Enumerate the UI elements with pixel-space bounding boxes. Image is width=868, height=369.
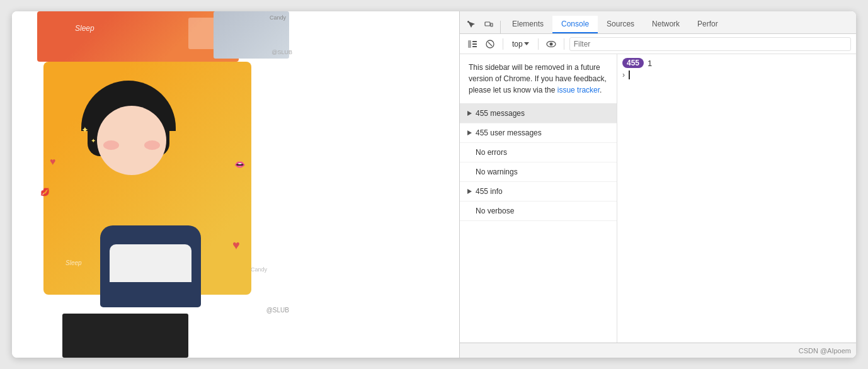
toolbar-separator-3	[564, 38, 564, 50]
sidebar-item-label-messages: 455 messages	[476, 109, 609, 118]
triangle-icon-info	[467, 189, 472, 194]
console-cursor	[629, 71, 630, 79]
tab-performance[interactable]: Perfor	[688, 16, 727, 33]
toolbar-separator	[503, 38, 503, 50]
heart-decor-1: ♥	[50, 156, 56, 167]
eye-button[interactable]	[544, 37, 559, 52]
toolbar-separator-2	[538, 38, 539, 50]
sidebar-item-label-info: 455 info	[476, 187, 609, 196]
context-selector[interactable]: top	[508, 38, 533, 50]
sidebar-item-verbose[interactable]: No verbose	[460, 202, 617, 221]
character-face	[97, 106, 166, 175]
sidebar-notice: This sidebar will be removed in a future…	[460, 54, 617, 104]
console-sidebar: This sidebar will be removed in a future…	[460, 54, 617, 343]
webpage-panel: Sleep Candy @SLUB ✦	[12, 11, 459, 358]
triangle-icon-user	[467, 130, 472, 135]
candy-watermark: Candy	[251, 266, 267, 273]
chevron-right-icon: ›	[622, 71, 625, 79]
character-shirt	[110, 244, 191, 282]
tab-elements[interactable]: Elements	[503, 16, 552, 33]
footer-brand: CSDN @AIpoem	[799, 347, 851, 355]
sparkle-2: ✦	[91, 137, 96, 144]
context-label: top	[512, 40, 523, 48]
devtools-panel: Elements Console Sources Network Perfor …	[459, 11, 856, 358]
devtools-tabs-bar: Elements Console Sources Network Perfor	[460, 11, 856, 34]
devtools-footer: CSDN @AIpoem	[460, 343, 856, 358]
svg-point-10	[549, 42, 552, 45]
issue-tracker-link[interactable]: issue tracker	[557, 86, 600, 94]
svg-line-8	[488, 42, 492, 46]
sleep-text-top: Sleep	[75, 24, 94, 33]
console-badge-row: 455 1	[617, 57, 856, 69]
console-toolbar: top	[460, 34, 856, 54]
console-main-area: This sidebar will be removed in a future…	[460, 54, 856, 343]
tab-console[interactable]: Console	[552, 16, 598, 33]
lip-decor-2: 💋	[40, 188, 50, 196]
console-cursor-row: ›	[617, 69, 856, 81]
svg-rect-2	[491, 23, 493, 26]
svg-rect-6	[472, 46, 477, 47]
sidebar-item-warnings[interactable]: No warnings	[460, 162, 617, 182]
device-toggle-button[interactable]	[480, 16, 498, 33]
sidebar-item-label-warnings: No warnings	[467, 167, 609, 176]
svg-rect-4	[472, 41, 477, 42]
triangle-icon-messages	[467, 111, 472, 116]
tab-sources[interactable]: Sources	[598, 16, 643, 33]
top-watermark: @SLUB	[271, 49, 292, 55]
message-count-badge: 455	[622, 58, 644, 68]
sparkle-1: ✦	[81, 125, 89, 135]
main-container: Sleep Candy @SLUB ✦	[12, 11, 856, 358]
sidebar-item-all-messages[interactable]: 455 messages	[460, 104, 617, 123]
csdn-watermark-main: @SLUB	[266, 307, 289, 314]
svg-rect-5	[472, 43, 477, 45]
inspect-element-button[interactable]	[462, 16, 480, 33]
filter-input[interactable]	[569, 37, 851, 51]
sidebar-item-label-user: 455 user messages	[476, 128, 609, 137]
svg-rect-1	[485, 22, 490, 26]
sleep-watermark-bottom: Sleep	[66, 259, 82, 266]
artwork-area: Sleep Candy @SLUB ✦	[12, 11, 459, 358]
sidebar-item-errors[interactable]: No errors	[460, 143, 617, 162]
heart-decor-2: ♥	[232, 238, 240, 253]
candy-text: Candy	[270, 14, 286, 21]
svg-point-0	[467, 21, 469, 23]
console-output: 455 1 ›	[617, 54, 856, 343]
clear-console-button[interactable]	[483, 37, 498, 52]
sidebar-item-label-errors: No errors	[467, 148, 609, 157]
sidebar-item-label-verbose: No verbose	[467, 207, 609, 215]
tab-separator	[500, 21, 501, 33]
bottom-image	[62, 314, 188, 358]
message-count: 1	[648, 59, 652, 68]
main-artwork: ✦ ✦ ♥ ♥ 👄 💋 Sleep Candy	[31, 62, 270, 314]
sidebar-toggle-button[interactable]	[465, 37, 480, 52]
sidebar-item-user-messages[interactable]: 455 user messages	[460, 123, 617, 143]
tab-network[interactable]: Network	[643, 16, 688, 33]
lip-decor: 👄	[234, 159, 245, 169]
sidebar-item-info[interactable]: 455 info	[460, 182, 617, 202]
svg-rect-3	[468, 40, 471, 48]
artwork-top-strip: Sleep	[37, 11, 239, 62]
